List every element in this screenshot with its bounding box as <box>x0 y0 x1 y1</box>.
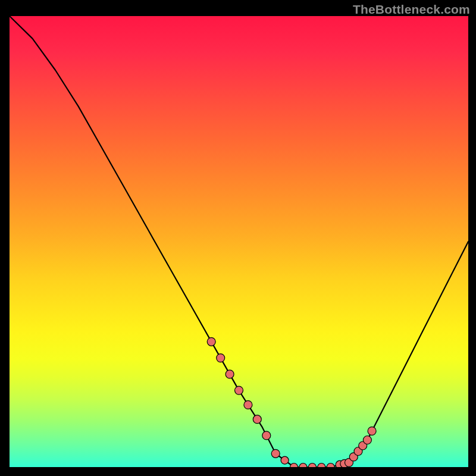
chart-frame: TheBottleneck.com <box>0 0 476 476</box>
data-point <box>244 400 252 409</box>
data-point <box>318 464 325 468</box>
data-point <box>281 456 289 464</box>
data-point <box>217 354 225 362</box>
data-point <box>207 337 215 346</box>
plot-area <box>10 16 468 467</box>
data-point <box>363 436 371 444</box>
data-point <box>271 449 280 458</box>
data-point <box>368 427 376 435</box>
data-point <box>327 464 334 468</box>
data-point <box>290 464 298 468</box>
bottleneck-curve <box>10 16 468 467</box>
data-point <box>226 370 234 378</box>
data-point <box>253 415 261 424</box>
watermark-text: TheBottleneck.com <box>353 2 470 17</box>
curve-layer <box>10 16 468 467</box>
data-point <box>308 464 316 468</box>
data-point <box>262 431 271 440</box>
data-point <box>235 386 243 394</box>
data-point <box>299 464 307 468</box>
